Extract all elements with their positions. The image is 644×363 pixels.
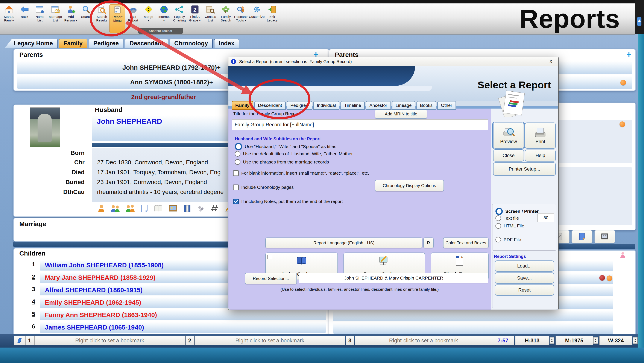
output-screen-printer[interactable]: Screen / Printer	[496, 208, 538, 215]
radio-icon	[235, 143, 242, 150]
couple-icon[interactable]	[110, 204, 120, 213]
close-icon[interactable]: X	[547, 58, 554, 64]
output-html-file[interactable]: HTML File	[496, 223, 524, 229]
add-parent-icon[interactable]: +	[626, 51, 631, 57]
child-row[interactable]	[333, 310, 614, 321]
toolbar-marriage-list[interactable]: Marriage List	[48, 4, 63, 33]
header-swoosh	[228, 66, 415, 86]
subtitle-option-3[interactable]: Use the phrases from the marriage record…	[235, 159, 329, 165]
name-list-icon	[35, 5, 45, 14]
add-person-icon	[66, 5, 76, 14]
report-tab-lineage[interactable]: Lineage	[392, 101, 416, 110]
individual-icon[interactable]	[96, 204, 105, 213]
marriage-picture-button[interactable]	[594, 230, 615, 243]
bookmark-2-number[interactable]: 2	[186, 336, 194, 345]
option-label: Use the phrases from the marriage record…	[243, 159, 329, 165]
bookmark-1-slot[interactable]: Right-click to set a bookmark	[34, 336, 185, 345]
chronology-options-button[interactable]: Chronology Display Options	[375, 180, 444, 191]
checkbox-icon	[233, 199, 239, 204]
tab-label: Ancestor	[370, 103, 387, 108]
field-label: Chr	[40, 159, 84, 166]
subtitle-option-2[interactable]: Use the default titles of: Husband, Wife…	[235, 151, 353, 157]
toolbar-customize[interactable]: Customize	[249, 4, 264, 33]
stepper-icon[interactable]	[633, 337, 638, 344]
report-tab-timeline[interactable]: Timeline	[340, 101, 365, 110]
tab-family[interactable]: Family	[59, 39, 87, 48]
toolbar-add-person[interactable]: Add Person ▾	[63, 4, 78, 33]
scroll-up-icon[interactable]	[637, 17, 642, 26]
child-row[interactable]: James SHEPHEARD (1865-1940)	[40, 322, 326, 333]
record-selection-button[interactable]: Record Selection...	[245, 273, 297, 284]
blank-info-checkbox[interactable]: For blank information, insert small "nam…	[233, 170, 369, 176]
report-tab-ancestor[interactable]: Ancestor	[366, 101, 391, 110]
save-settings-button[interactable]: Save...	[495, 273, 554, 284]
report-language-button[interactable]: Report Language (English - US)	[265, 238, 422, 248]
toolbar-item-label: Census List	[205, 15, 216, 22]
load-settings-button[interactable]: Load...	[495, 261, 554, 272]
tab-legacy-home[interactable]: Legacy Home	[5, 39, 58, 48]
output-pdf-file[interactable]: PDF File	[496, 237, 521, 242]
stepper-icon[interactable]	[593, 337, 598, 344]
color-text-boxes-button[interactable]: Color Text and Boxes	[443, 238, 488, 248]
option-label: HTML File	[504, 223, 524, 229]
chronology-checkbox[interactable]: Include Chronology pages	[233, 185, 294, 190]
toolbar-family-search[interactable]: Family Search	[218, 4, 234, 33]
button-label: Preview	[500, 139, 517, 144]
family-icon[interactable]	[125, 204, 135, 213]
child-row[interactable]	[333, 323, 614, 334]
hashtag-icon[interactable]	[210, 204, 218, 213]
picture-icon[interactable]	[168, 204, 178, 213]
tab-index[interactable]: Index	[214, 39, 239, 48]
toolbar-research-tools[interactable]: Research Tools ▾	[234, 4, 249, 33]
output-text-file[interactable]: Text file	[496, 215, 519, 221]
print-button[interactable]: Print	[525, 122, 556, 149]
close-button[interactable]: Close	[493, 150, 524, 162]
report-title-input[interactable]	[232, 119, 488, 130]
report-tab-books[interactable]: Books	[416, 101, 436, 110]
bookmark-1-number[interactable]: 1	[25, 336, 34, 345]
tab-pedigree[interactable]: Pedigree	[89, 39, 124, 48]
toolbar-find-a-grave[interactable]: 2 Find A Grave ▾	[187, 4, 203, 33]
bookmark-button[interactable]	[14, 336, 25, 345]
add-mrin-button[interactable]: Add MRIN to title	[375, 109, 427, 119]
notes-at-end-checkbox[interactable]: If including Notes, put them at the end …	[233, 199, 343, 204]
toolbar-back[interactable]: Back	[17, 4, 32, 33]
preview-button[interactable]: Preview	[493, 122, 524, 149]
dna-icon[interactable]	[197, 204, 205, 213]
printer-setup-button[interactable]: Printer Setup...	[493, 162, 556, 176]
dialog-title-bar[interactable]: Select a Report (current selection is: F…	[228, 57, 558, 66]
stepper-icon[interactable]	[550, 337, 554, 344]
bookmark-3-number[interactable]: 3	[346, 336, 354, 345]
add-parent-icon[interactable]: +	[314, 51, 318, 57]
field-label: DthCau	[40, 189, 84, 195]
child-row[interactable]: Fanny Ann SHEPHEARD (1863-1940)	[40, 309, 326, 321]
tab-label: Other	[441, 103, 452, 108]
toolbar-exit-legacy[interactable]: Exit Legacy	[264, 4, 280, 33]
individual-icon[interactable]	[620, 251, 626, 258]
husband-name[interactable]: John SHEPHEARD	[97, 117, 162, 125]
reset-settings-button[interactable]: Reset	[495, 285, 554, 296]
field-label: Died	[40, 169, 84, 176]
tab-label: Pedigree	[94, 40, 119, 47]
tab-descendant[interactable]: Descendant	[125, 39, 168, 48]
book-icon[interactable]	[154, 204, 163, 213]
books-icon[interactable]	[183, 204, 192, 213]
bookmark-2-slot[interactable]: Right-click to set a bookmark	[194, 336, 345, 345]
child-number: 2	[22, 273, 35, 280]
report-tab-other[interactable]: Other	[437, 101, 456, 110]
toolbar-census-list[interactable]: Census List	[203, 4, 218, 33]
subtitle-option-1[interactable]: Use "Husband," "Wife," and "Spouse" as t…	[235, 143, 336, 150]
language-r-button[interactable]: R	[423, 238, 434, 248]
index-checkbox[interactable]	[268, 255, 272, 259]
marriage-memo-button[interactable]	[572, 230, 592, 243]
report-tab-individual[interactable]: Individual	[313, 101, 340, 110]
tab-chronology[interactable]: Chronology	[170, 39, 213, 48]
notes-icon[interactable]	[140, 204, 148, 213]
text-file-width-input[interactable]	[538, 213, 554, 222]
toolbar-name-list[interactable]: Name List	[32, 4, 48, 33]
parents-heading: Parents	[19, 51, 43, 58]
toolbar-startup-family[interactable]: Startup Family	[1, 4, 17, 33]
help-button[interactable]: Help	[525, 150, 556, 162]
bookmark-3-slot[interactable]: Right-click to set a bookmark	[355, 336, 492, 345]
person-photo[interactable]	[30, 107, 60, 147]
